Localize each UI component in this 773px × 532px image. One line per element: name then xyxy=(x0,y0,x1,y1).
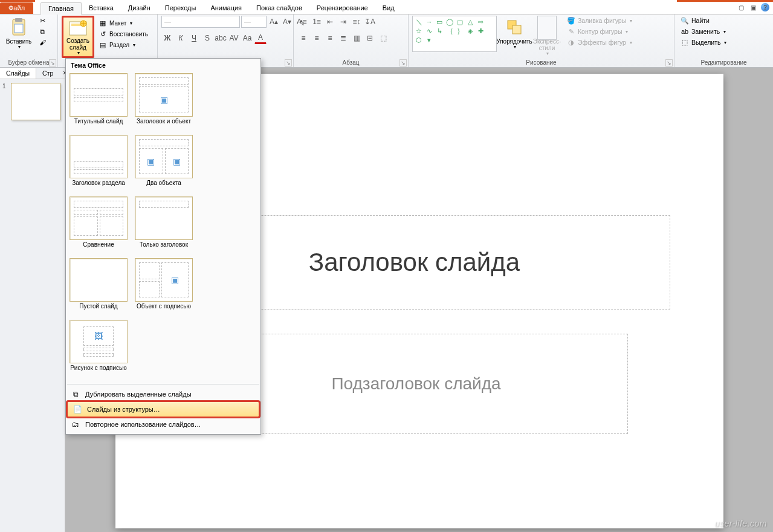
shape-star-icon[interactable]: ☆ xyxy=(414,27,424,35)
binoculars-icon: 🔍 xyxy=(681,16,689,25)
shape-effects-button[interactable]: ◑Эффекты фигур▾ xyxy=(564,37,635,47)
new-slide-label: Создать слайд xyxy=(63,37,92,51)
tab-review[interactable]: Рецензирование xyxy=(309,2,375,14)
shape-brace2-icon[interactable]: ｝ xyxy=(455,27,465,35)
replace-button[interactable]: abЗаменить▾ xyxy=(678,27,729,36)
tab-animation[interactable]: Анимация xyxy=(203,2,249,14)
tab-file[interactable]: Файл xyxy=(0,2,33,14)
subtitle-placeholder[interactable]: Подзаголовок слайда xyxy=(205,334,628,434)
copy-icon: ⧉ xyxy=(38,27,47,36)
layout-two-content[interactable]: ▣▣ Два объекта xyxy=(135,135,193,193)
select-button[interactable]: ⬚Выделить▾ xyxy=(678,37,729,47)
shape-outline-button[interactable]: ✎Контур фигуры▾ xyxy=(564,27,635,36)
shape-brace-icon[interactable]: ｛ xyxy=(445,27,454,35)
new-slide-button[interactable]: Создать слайд▾ xyxy=(62,16,94,58)
paste-button[interactable]: Вставить ▾ xyxy=(4,16,34,56)
reuse-icon: 🗂 xyxy=(71,420,80,429)
shape-arrowr-icon[interactable]: ⇨ xyxy=(476,18,485,26)
tab-design[interactable]: Дизайн xyxy=(121,2,158,14)
line-spacing-icon[interactable]: ≡↕ xyxy=(351,16,363,28)
align-right-icon[interactable]: ≡ xyxy=(324,32,336,44)
font-color-icon[interactable]: A xyxy=(254,32,267,44)
numbering-icon[interactable]: 1≡ xyxy=(311,16,323,28)
shape-rrect-icon[interactable]: ▢ xyxy=(455,18,465,26)
slide-thumbnail[interactable] xyxy=(11,83,60,120)
quick-styles-button[interactable]: Экспресс-стили▾ xyxy=(532,16,562,56)
shape-curve-icon[interactable]: ∿ xyxy=(424,27,434,35)
replace-icon: ab xyxy=(681,27,689,36)
drawing-launcher[interactable]: ↘ xyxy=(665,59,673,66)
scissors-icon: ✂ xyxy=(38,16,47,25)
clipboard-launcher[interactable]: ↘ xyxy=(49,59,56,66)
shape-conn-icon[interactable]: ↳ xyxy=(435,27,444,35)
tab-view[interactable]: Вид xyxy=(375,2,402,14)
layout-title-content[interactable]: ▣ Заголовок и объект xyxy=(135,73,193,131)
find-button[interactable]: 🔍Найти xyxy=(678,16,729,25)
side-tab-slides[interactable]: Слайды xyxy=(0,68,36,79)
layout-picture-caption[interactable]: 🖼 Рисунок с подписью xyxy=(70,320,128,378)
side-tab-outline[interactable]: Стр xyxy=(36,68,59,79)
help-icon[interactable]: ? xyxy=(761,3,769,11)
underline-icon[interactable]: Ч xyxy=(188,32,200,44)
paragraph-launcher[interactable]: ↘ xyxy=(399,59,407,66)
shape-more-icon[interactable]: ▾ xyxy=(424,36,434,44)
thumb-item[interactable]: 1 xyxy=(2,83,62,120)
layout-title-only[interactable]: Только заголовок xyxy=(135,196,193,255)
shape-line-icon[interactable]: ＼ xyxy=(414,18,424,26)
shape-fill-button[interactable]: 🪣Заливка фигуры▾ xyxy=(564,16,635,25)
menu-duplicate-slides[interactable]: ⧉ Дублировать выделенные слайды xyxy=(66,387,260,401)
shape-arrow-icon[interactable]: → xyxy=(424,18,434,26)
layout-section-header[interactable]: Заголовок раздела xyxy=(70,135,128,193)
shape-callout-icon[interactable]: ◈ xyxy=(465,27,475,35)
menu-slides-from-outline[interactable]: 📄 Слайды из структуры… xyxy=(67,401,259,417)
tab-slideshow[interactable]: Показ слайдов xyxy=(249,2,309,14)
arrange-button[interactable]: Упорядочить▾ xyxy=(499,16,529,56)
bold-icon[interactable]: Ж xyxy=(161,32,173,44)
font-launcher[interactable]: ↘ xyxy=(285,59,292,66)
justify-icon[interactable]: ≣ xyxy=(337,32,349,44)
shadow-icon[interactable]: abc xyxy=(215,32,227,44)
layout-comparison[interactable]: Сравнение xyxy=(70,196,128,255)
layout-button[interactable]: ▦Макет▾ xyxy=(97,18,150,28)
shape-plus-icon[interactable]: ✚ xyxy=(476,27,485,35)
text-direction-icon[interactable]: ↧A xyxy=(364,16,376,28)
cursor-icon: ⬚ xyxy=(681,38,689,47)
columns-icon[interactable]: ▥ xyxy=(351,32,363,44)
grow-font-icon[interactable]: A▴ xyxy=(268,16,280,28)
effects-icon: ◑ xyxy=(567,38,575,47)
char-spacing-icon[interactable]: AV xyxy=(228,32,240,44)
font-size-combo[interactable]: — xyxy=(241,16,267,28)
smartart-icon[interactable]: ⬚ xyxy=(377,32,389,44)
shapes-gallery[interactable]: ＼→▭◯▢△⇨☆ ∿↳｛｝◈✚⬡▾ xyxy=(412,16,497,52)
copy-button[interactable]: ⧉ xyxy=(36,27,48,36)
shape-tri-icon[interactable]: △ xyxy=(465,18,475,26)
tab-transitions[interactable]: Переходы xyxy=(158,2,204,14)
align-text-icon[interactable]: ⊟ xyxy=(364,32,376,44)
tab-home[interactable]: Главная xyxy=(40,2,82,15)
font-name-combo[interactable]: — xyxy=(161,16,240,28)
dec-indent-icon[interactable]: ⇤ xyxy=(324,16,336,28)
align-center-icon[interactable]: ≡ xyxy=(311,32,323,44)
change-case-icon[interactable]: Aa xyxy=(241,32,253,44)
layout-title-slide[interactable]: Титульный слайд xyxy=(70,73,128,131)
layout-content-caption[interactable]: ▣ Объект с подписью xyxy=(135,258,193,316)
shape-hex-icon[interactable]: ⬡ xyxy=(414,36,424,44)
minimize-ribbon-icon[interactable]: ▢ xyxy=(737,3,745,11)
layout-icon: ▦ xyxy=(99,19,107,27)
menu-reuse-slides[interactable]: 🗂 Повторное использование слайдов… xyxy=(66,417,260,432)
strike-icon[interactable]: S xyxy=(201,32,213,44)
shrink-font-icon[interactable]: A▾ xyxy=(281,16,293,28)
layout-blank[interactable]: Пустой слайд xyxy=(70,258,128,316)
shape-ellipse-icon[interactable]: ◯ xyxy=(445,18,454,26)
italic-icon[interactable]: К xyxy=(175,32,187,44)
bullets-icon[interactable]: •≡ xyxy=(297,16,309,28)
reset-button[interactable]: ↺Восстановить xyxy=(97,29,150,39)
format-painter-button[interactable]: 🖌 xyxy=(36,37,48,47)
inc-indent-icon[interactable]: ⇥ xyxy=(337,16,349,28)
tab-insert[interactable]: Вставка xyxy=(82,2,121,14)
align-left-icon[interactable]: ≡ xyxy=(297,32,309,44)
cut-button[interactable]: ✂ xyxy=(36,16,48,25)
shape-rect-icon[interactable]: ▭ xyxy=(435,18,444,26)
section-button[interactable]: ▤Раздел▾ xyxy=(97,40,150,50)
window-restore-icon[interactable]: ▣ xyxy=(749,3,757,11)
